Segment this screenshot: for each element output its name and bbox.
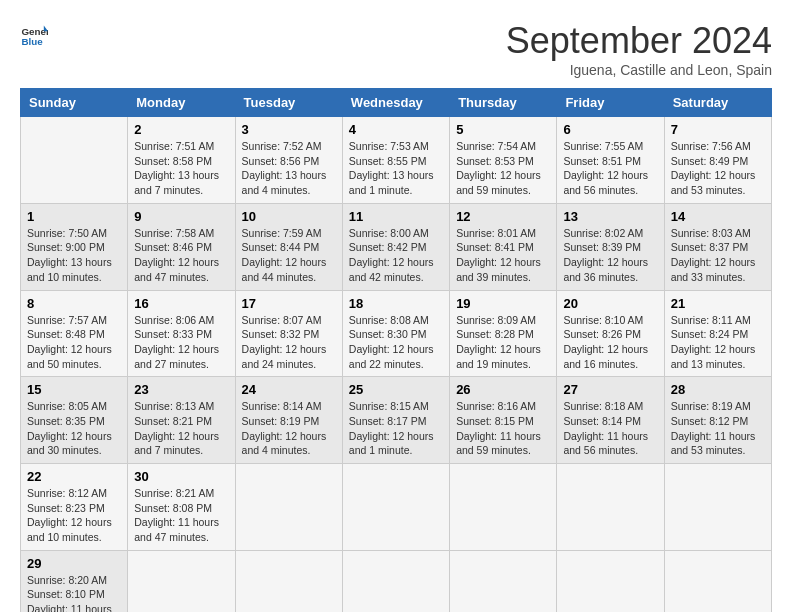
day-number: 19 xyxy=(456,296,550,311)
calendar-cell: 4Sunrise: 7:53 AMSunset: 8:55 PMDaylight… xyxy=(342,117,449,204)
title-area: September 2024 Iguena, Castille and Leon… xyxy=(506,20,772,78)
calendar-cell: 9Sunrise: 7:58 AMSunset: 8:46 PMDaylight… xyxy=(128,203,235,290)
calendar-cell: 26Sunrise: 8:16 AMSunset: 8:15 PMDayligh… xyxy=(450,377,557,464)
day-number: 5 xyxy=(456,122,550,137)
day-number: 9 xyxy=(134,209,228,224)
calendar-cell: 12Sunrise: 8:01 AMSunset: 8:41 PMDayligh… xyxy=(450,203,557,290)
day-info: Sunrise: 8:14 AMSunset: 8:19 PMDaylight:… xyxy=(242,399,336,458)
day-info: Sunrise: 8:00 AMSunset: 8:42 PMDaylight:… xyxy=(349,226,443,285)
day-number: 26 xyxy=(456,382,550,397)
day-number: 4 xyxy=(349,122,443,137)
day-number: 25 xyxy=(349,382,443,397)
day-number: 28 xyxy=(671,382,765,397)
weekday-header-wednesday: Wednesday xyxy=(342,89,449,117)
day-info: Sunrise: 7:57 AMSunset: 8:48 PMDaylight:… xyxy=(27,313,121,372)
day-number: 22 xyxy=(27,469,121,484)
day-info: Sunrise: 8:08 AMSunset: 8:30 PMDaylight:… xyxy=(349,313,443,372)
weekday-header-tuesday: Tuesday xyxy=(235,89,342,117)
calendar-cell xyxy=(235,550,342,612)
day-info: Sunrise: 7:58 AMSunset: 8:46 PMDaylight:… xyxy=(134,226,228,285)
calendar-week-3: 15Sunrise: 8:05 AMSunset: 8:35 PMDayligh… xyxy=(21,377,772,464)
day-number: 7 xyxy=(671,122,765,137)
day-number: 17 xyxy=(242,296,336,311)
day-info: Sunrise: 7:56 AMSunset: 8:49 PMDaylight:… xyxy=(671,139,765,198)
calendar-cell xyxy=(21,117,128,204)
calendar-cell: 5Sunrise: 7:54 AMSunset: 8:53 PMDaylight… xyxy=(450,117,557,204)
day-number: 14 xyxy=(671,209,765,224)
day-number: 21 xyxy=(671,296,765,311)
day-number: 8 xyxy=(27,296,121,311)
day-number: 6 xyxy=(563,122,657,137)
calendar-week-2: 8Sunrise: 7:57 AMSunset: 8:48 PMDaylight… xyxy=(21,290,772,377)
calendar-cell: 14Sunrise: 8:03 AMSunset: 8:37 PMDayligh… xyxy=(664,203,771,290)
day-info: Sunrise: 8:10 AMSunset: 8:26 PMDaylight:… xyxy=(563,313,657,372)
day-info: Sunrise: 8:18 AMSunset: 8:14 PMDaylight:… xyxy=(563,399,657,458)
calendar-cell: 1Sunrise: 7:50 AMSunset: 9:00 PMDaylight… xyxy=(21,203,128,290)
calendar-cell xyxy=(128,550,235,612)
day-info: Sunrise: 8:03 AMSunset: 8:37 PMDaylight:… xyxy=(671,226,765,285)
calendar-cell: 28Sunrise: 8:19 AMSunset: 8:12 PMDayligh… xyxy=(664,377,771,464)
day-info: Sunrise: 7:54 AMSunset: 8:53 PMDaylight:… xyxy=(456,139,550,198)
day-info: Sunrise: 8:20 AMSunset: 8:10 PMDaylight:… xyxy=(27,573,121,612)
calendar-cell: 6Sunrise: 7:55 AMSunset: 8:51 PMDaylight… xyxy=(557,117,664,204)
day-number: 29 xyxy=(27,556,121,571)
day-number: 1 xyxy=(27,209,121,224)
day-number: 16 xyxy=(134,296,228,311)
calendar-cell: 24Sunrise: 8:14 AMSunset: 8:19 PMDayligh… xyxy=(235,377,342,464)
calendar-cell xyxy=(450,550,557,612)
calendar-table: SundayMondayTuesdayWednesdayThursdayFrid… xyxy=(20,88,772,612)
weekday-header-row: SundayMondayTuesdayWednesdayThursdayFrid… xyxy=(21,89,772,117)
day-info: Sunrise: 8:05 AMSunset: 8:35 PMDaylight:… xyxy=(27,399,121,458)
calendar-cell: 18Sunrise: 8:08 AMSunset: 8:30 PMDayligh… xyxy=(342,290,449,377)
day-number: 30 xyxy=(134,469,228,484)
calendar-cell: 27Sunrise: 8:18 AMSunset: 8:14 PMDayligh… xyxy=(557,377,664,464)
day-info: Sunrise: 8:01 AMSunset: 8:41 PMDaylight:… xyxy=(456,226,550,285)
day-number: 10 xyxy=(242,209,336,224)
calendar-cell: 11Sunrise: 8:00 AMSunset: 8:42 PMDayligh… xyxy=(342,203,449,290)
calendar-cell xyxy=(342,550,449,612)
day-info: Sunrise: 8:12 AMSunset: 8:23 PMDaylight:… xyxy=(27,486,121,545)
calendar-week-1: 1Sunrise: 7:50 AMSunset: 9:00 PMDaylight… xyxy=(21,203,772,290)
weekday-header-saturday: Saturday xyxy=(664,89,771,117)
day-info: Sunrise: 7:53 AMSunset: 8:55 PMDaylight:… xyxy=(349,139,443,198)
day-number: 3 xyxy=(242,122,336,137)
location-subtitle: Iguena, Castille and Leon, Spain xyxy=(506,62,772,78)
calendar-cell xyxy=(664,550,771,612)
day-number: 20 xyxy=(563,296,657,311)
calendar-cell: 17Sunrise: 8:07 AMSunset: 8:32 PMDayligh… xyxy=(235,290,342,377)
calendar-cell: 3Sunrise: 7:52 AMSunset: 8:56 PMDaylight… xyxy=(235,117,342,204)
day-info: Sunrise: 8:06 AMSunset: 8:33 PMDaylight:… xyxy=(134,313,228,372)
day-info: Sunrise: 8:16 AMSunset: 8:15 PMDaylight:… xyxy=(456,399,550,458)
day-info: Sunrise: 8:19 AMSunset: 8:12 PMDaylight:… xyxy=(671,399,765,458)
weekday-header-thursday: Thursday xyxy=(450,89,557,117)
calendar-cell: 23Sunrise: 8:13 AMSunset: 8:21 PMDayligh… xyxy=(128,377,235,464)
day-info: Sunrise: 7:51 AMSunset: 8:58 PMDaylight:… xyxy=(134,139,228,198)
calendar-week-0: 2Sunrise: 7:51 AMSunset: 8:58 PMDaylight… xyxy=(21,117,772,204)
day-number: 23 xyxy=(134,382,228,397)
calendar-cell: 15Sunrise: 8:05 AMSunset: 8:35 PMDayligh… xyxy=(21,377,128,464)
day-info: Sunrise: 8:07 AMSunset: 8:32 PMDaylight:… xyxy=(242,313,336,372)
calendar-cell: 30Sunrise: 8:21 AMSunset: 8:08 PMDayligh… xyxy=(128,464,235,551)
logo-icon: General Blue xyxy=(20,20,48,48)
calendar-cell xyxy=(235,464,342,551)
day-number: 2 xyxy=(134,122,228,137)
day-number: 18 xyxy=(349,296,443,311)
month-title: September 2024 xyxy=(506,20,772,62)
calendar-cell xyxy=(557,464,664,551)
calendar-cell: 13Sunrise: 8:02 AMSunset: 8:39 PMDayligh… xyxy=(557,203,664,290)
svg-text:Blue: Blue xyxy=(21,36,43,47)
calendar-cell xyxy=(557,550,664,612)
calendar-cell: 10Sunrise: 7:59 AMSunset: 8:44 PMDayligh… xyxy=(235,203,342,290)
calendar-cell: 29Sunrise: 8:20 AMSunset: 8:10 PMDayligh… xyxy=(21,550,128,612)
day-info: Sunrise: 8:21 AMSunset: 8:08 PMDaylight:… xyxy=(134,486,228,545)
day-info: Sunrise: 8:02 AMSunset: 8:39 PMDaylight:… xyxy=(563,226,657,285)
calendar-cell: 20Sunrise: 8:10 AMSunset: 8:26 PMDayligh… xyxy=(557,290,664,377)
day-info: Sunrise: 8:11 AMSunset: 8:24 PMDaylight:… xyxy=(671,313,765,372)
calendar-cell: 25Sunrise: 8:15 AMSunset: 8:17 PMDayligh… xyxy=(342,377,449,464)
day-info: Sunrise: 7:52 AMSunset: 8:56 PMDaylight:… xyxy=(242,139,336,198)
day-info: Sunrise: 7:59 AMSunset: 8:44 PMDaylight:… xyxy=(242,226,336,285)
day-number: 13 xyxy=(563,209,657,224)
calendar-week-4: 22Sunrise: 8:12 AMSunset: 8:23 PMDayligh… xyxy=(21,464,772,551)
weekday-header-monday: Monday xyxy=(128,89,235,117)
day-info: Sunrise: 8:15 AMSunset: 8:17 PMDaylight:… xyxy=(349,399,443,458)
